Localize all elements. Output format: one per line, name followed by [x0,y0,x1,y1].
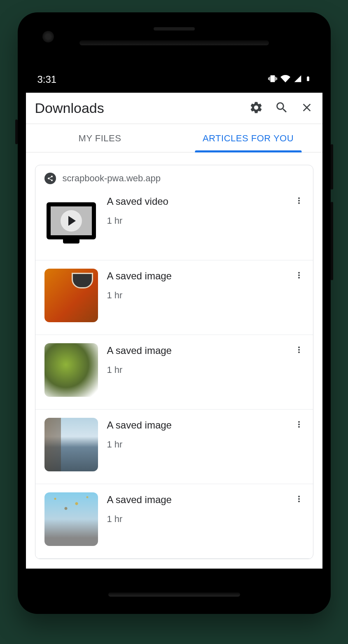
item-overflow-menu[interactable] [294,492,304,506]
close-icon [300,101,313,116]
phone-camera [42,31,54,42]
settings-button[interactable] [249,101,263,116]
thumbnail-video [44,194,98,248]
item-title: A saved image [107,270,285,282]
item-timestamp: 1 hr [107,514,285,525]
gear-icon [249,101,263,116]
search-icon [275,101,289,116]
play-icon [61,210,82,232]
phone-side-button [331,202,333,280]
more-vert-icon [294,424,304,431]
thumbnail-image [44,269,98,322]
item-title: A saved image [107,419,285,431]
phone-screen-wrapper: 3:31 Downloads [26,21,322,606]
phone-bottom-speaker [108,592,240,597]
app-header: Downloads [26,93,322,124]
item-body: A saved image 1 hr [107,492,285,525]
source-card: scrapbook-pwa.web.app A saved v [35,165,313,559]
list-item[interactable]: A saved video 1 hr [35,184,313,260]
app-screen: Downloads [26,93,322,569]
phone-frame: 3:31 Downloads [18,12,331,614]
item-timestamp: 1 hr [107,215,285,226]
item-timestamp: 1 hr [107,365,285,375]
content-area: scrapbook-pwa.web.app A saved v [26,152,322,559]
wifi-icon [280,74,290,85]
phone-earpiece [154,27,195,30]
more-vert-icon [294,274,304,281]
item-overflow-menu[interactable] [294,269,304,282]
list-item[interactable]: A saved image 1 hr [35,410,313,484]
vibrate-icon [268,74,277,85]
item-timestamp: 1 hr [107,439,285,450]
item-title: A saved image [107,494,285,506]
page-title: Downloads [35,100,249,116]
list-item[interactable]: A saved image 1 hr [35,260,313,335]
status-bar: 3:31 [26,21,322,93]
status-icons [268,74,311,85]
item-body: A saved image 1 hr [107,269,285,301]
tab-articles-for-you[interactable]: ARTICLES FOR YOU [174,124,322,152]
item-overflow-menu[interactable] [294,194,304,207]
tv-icon [47,202,96,239]
list-item[interactable]: A saved image 1 hr [35,335,313,410]
tab-my-files[interactable]: MY FILES [26,124,174,152]
thumbnail-image [44,343,98,397]
status-time: 3:31 [37,74,57,85]
search-button[interactable] [275,101,289,116]
tab-label: MY FILES [79,133,121,143]
close-button[interactable] [300,101,313,116]
download-list: A saved video 1 hr [35,184,313,559]
card-header: scrapbook-pwa.web.app [35,165,313,184]
item-overflow-menu[interactable] [294,343,304,356]
list-item[interactable]: A saved image 1 hr [35,484,313,559]
thumbnail-image [44,418,98,471]
more-vert-icon [294,498,304,505]
phone-side-button [15,119,18,144]
tab-label: ARTICLES FOR YOU [203,133,294,143]
thumbnail-image [44,492,98,546]
item-body: A saved image 1 hr [107,418,285,450]
item-title: A saved image [107,345,285,356]
item-timestamp: 1 hr [107,290,285,301]
header-actions [249,101,313,116]
phone-speaker-grill [79,40,269,45]
share-icon [44,173,56,184]
more-vert-icon [294,349,304,356]
battery-icon [305,74,311,85]
more-vert-icon [294,200,304,207]
item-body: A saved video 1 hr [107,194,285,226]
tab-bar: MY FILES ARTICLES FOR YOU [26,124,322,152]
item-title: A saved video [107,196,285,207]
phone-side-button [331,144,333,190]
source-domain: scrapbook-pwa.web.app [63,173,161,184]
item-body: A saved image 1 hr [107,343,285,375]
signal-icon [294,75,302,84]
item-overflow-menu[interactable] [294,418,304,431]
